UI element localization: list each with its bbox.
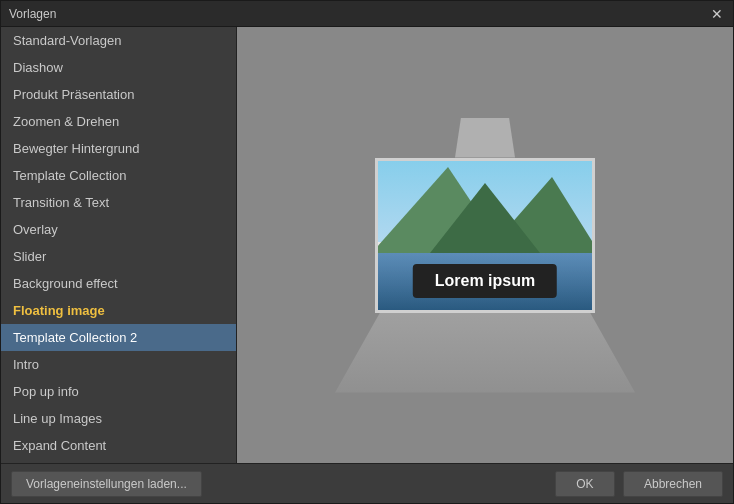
sidebar-item-bewegter-hintergrund[interactable]: Bewegter Hintergrund bbox=[1, 135, 236, 162]
preview-inner: Lorem ipsum bbox=[237, 27, 733, 463]
projector-top bbox=[455, 118, 515, 158]
bottom-right-buttons: OK Abbrechen bbox=[555, 471, 723, 497]
window-title: Vorlagen bbox=[9, 7, 56, 21]
projector-base bbox=[335, 313, 635, 393]
sidebar: Standard-VorlagenDiashowProdukt Präsenta… bbox=[1, 27, 237, 463]
content-area: Standard-VorlagenDiashowProdukt Präsenta… bbox=[1, 27, 733, 463]
mountain-center bbox=[430, 183, 540, 253]
bottom-bar: Vorlageneinstellungen laden... OK Abbrec… bbox=[1, 463, 733, 503]
vorlagen-window: Vorlagen ✕ Standard-VorlagenDiashowProdu… bbox=[0, 0, 734, 504]
sidebar-item-transition-text[interactable]: Transition & Text bbox=[1, 189, 236, 216]
sidebar-item-background-effect[interactable]: Background effect bbox=[1, 270, 236, 297]
sidebar-item-template-collection-2[interactable]: Template Collection 2 bbox=[1, 324, 236, 351]
sidebar-item-standard-vorlagen[interactable]: Standard-Vorlagen bbox=[1, 27, 236, 54]
close-button[interactable]: ✕ bbox=[709, 7, 725, 21]
cancel-button[interactable]: Abbrechen bbox=[623, 471, 723, 497]
sidebar-item-pop-up-info[interactable]: Pop up info bbox=[1, 378, 236, 405]
sidebar-item-zoomen-drehen[interactable]: Zoomen & Drehen bbox=[1, 108, 236, 135]
title-bar: Vorlagen ✕ bbox=[1, 1, 733, 27]
sidebar-item-line-up-images[interactable]: Line up Images bbox=[1, 405, 236, 432]
preview-area: Lorem ipsum bbox=[237, 27, 733, 463]
lorem-ipsum-badge: Lorem ipsum bbox=[413, 264, 557, 298]
sidebar-item-overlay[interactable]: Overlay bbox=[1, 216, 236, 243]
sidebar-item-floating-image[interactable]: Floating image bbox=[1, 297, 236, 324]
sidebar-item-template-collection[interactable]: Template Collection bbox=[1, 162, 236, 189]
load-settings-button[interactable]: Vorlageneinstellungen laden... bbox=[11, 471, 202, 497]
sidebar-item-intro[interactable]: Intro bbox=[1, 351, 236, 378]
sidebar-item-produkt-prasentation[interactable]: Produkt Präsentation bbox=[1, 81, 236, 108]
projector-container: Lorem ipsum bbox=[335, 118, 635, 393]
ok-button[interactable]: OK bbox=[555, 471, 615, 497]
sidebar-item-diashow[interactable]: Diashow bbox=[1, 54, 236, 81]
sidebar-item-slider[interactable]: Slider bbox=[1, 243, 236, 270]
sidebar-item-expand-content[interactable]: Expand Content bbox=[1, 432, 236, 459]
